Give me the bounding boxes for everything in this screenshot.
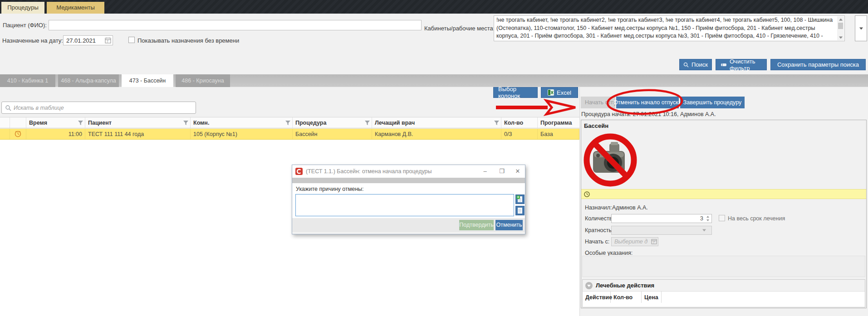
cancel-button[interactable]: Отменить (495, 220, 523, 230)
templates-list-button[interactable] (515, 206, 525, 215)
header-doctor[interactable]: Лечащий врач (372, 117, 501, 128)
special-instructions-field (582, 256, 865, 277)
save-search-params-label: Сохранить параметры поиска (777, 61, 859, 68)
full-term-checkbox[interactable] (719, 215, 725, 221)
quantity-stepper[interactable] (705, 214, 711, 223)
cabinets-field[interactable]: !не трогать кабинет, !не трогать кабинет… (494, 15, 845, 41)
minimize-icon[interactable]: – (481, 168, 489, 175)
app-logo-icon (295, 168, 303, 175)
no-time-label: Показывать назначения без времени (137, 37, 239, 44)
excel-label: Excel (557, 89, 571, 96)
row-time: 11:00 (26, 129, 85, 139)
calendar-icon: 7 (651, 238, 657, 245)
dialog-title: (ТЕСТ 1.1.) Бассейн: отмена начала проце… (306, 168, 432, 175)
header-time[interactable]: Время (26, 117, 85, 128)
scroll-up-icon[interactable] (837, 16, 844, 22)
excel-icon (548, 89, 554, 96)
excel-export-button[interactable]: Excel (541, 87, 578, 98)
room-tab-410[interactable]: 410 - Кабинка 1 (0, 74, 55, 87)
cabinets-dropdown-button[interactable] (855, 15, 867, 41)
start-dispense-button: Начать отпуск (581, 97, 615, 108)
full-term-label: На весь срок лечения (728, 215, 785, 222)
procedure-detail-panel: Начать отпуск Отменить начало отпуска За… (579, 87, 868, 316)
room-tab-486-label: 486 - Криосауна (181, 78, 224, 84)
cabinets-label: Кабинеты/рабочие места: (424, 25, 492, 32)
dialog-footer: Подтвердить Отменить (292, 218, 525, 232)
header-program[interactable]: Программа (538, 117, 579, 128)
cancel-reason-prompt: Укажите причину отмены: (296, 186, 364, 192)
filter-section: Пациент (ФИО): Кабинеты/рабочие места: !… (0, 14, 868, 74)
special-instructions-label: Особые указания: (585, 250, 633, 256)
filter-funnel-icon[interactable] (285, 121, 290, 126)
table-row[interactable]: 11:00 ТЕСТ 111 111 44 года 105 (Корпус №… (0, 129, 579, 140)
header-room[interactable]: Комн. (191, 117, 293, 128)
header-blank (0, 117, 10, 128)
add-template-button[interactable]: + (515, 194, 525, 204)
room-tab-486[interactable]: 486 - Криосауна (176, 74, 230, 87)
treatment-actions-section: Лечебные действия Действие Кол-во Цена (582, 279, 865, 307)
quantity-input[interactable] (611, 214, 712, 223)
cancel-dispense-start-button[interactable]: Отменить начало отпуска (616, 97, 679, 108)
filter-funnel-icon[interactable] (78, 121, 83, 126)
scroll-down-icon[interactable] (837, 34, 844, 40)
close-icon[interactable]: ✕ (514, 168, 521, 175)
search-button[interactable]: Поиск (679, 59, 712, 70)
filter-funnel-icon[interactable] (365, 121, 370, 126)
clock-status-icon (584, 191, 590, 198)
app-root: Процедуры Медикаменты Пациент (ФИО): Каб… (0, 0, 868, 316)
room-tab-468[interactable]: 468 - Альфа-капсула (58, 74, 119, 87)
row-doctor: Карманов Д.В. (372, 129, 501, 139)
calendar-icon[interactable]: 7 (105, 37, 111, 44)
cabinets-scrollbar[interactable] (837, 16, 844, 40)
search-button-label: Поиск (691, 61, 708, 68)
dialog-toolbar-strip (292, 178, 525, 183)
dialog-titlebar[interactable]: (ТЕСТ 1.1.) Бассейн: отмена начала проце… (292, 165, 525, 178)
assigned-by-value: Админов А.А. (612, 204, 648, 211)
patient-input[interactable] (49, 20, 422, 30)
save-search-params-button[interactable]: Сохранить параметры поиска (770, 59, 866, 70)
header-count[interactable]: Кол-во (501, 117, 538, 128)
room-tab-468-label: 468 - Альфа-капсула (61, 78, 116, 84)
maximize-icon[interactable]: ❒ (498, 168, 505, 175)
finish-procedure-button[interactable]: Завершить процедуру (680, 97, 745, 108)
start-from-placeholder: Выберите д (614, 238, 647, 245)
row-program: База (538, 129, 579, 139)
svg-text:7: 7 (107, 40, 108, 43)
start-from-date-field: Выберите д 7 (611, 237, 658, 246)
tab-medicaments[interactable]: Медикаменты (47, 2, 104, 14)
date-value: 27.01.2021 (66, 37, 96, 44)
table-search-input[interactable] (14, 102, 193, 113)
date-input[interactable]: 27.01.2021 7 (63, 35, 113, 45)
clear-filter-label: Очистить фильтр (730, 58, 762, 72)
row-room: 105 (Корпус №1) (191, 129, 293, 139)
procedure-started-text: Процедура начата: 27.01.2021 10:16, Адми… (581, 111, 716, 117)
room-tab-410-label: 410 - Кабинка 1 (7, 78, 48, 84)
status-strip (581, 189, 866, 199)
tab-procedures[interactable]: Процедуры (1, 2, 44, 14)
header-status (10, 117, 26, 128)
procedure-name: Бассейн (584, 122, 608, 129)
cancel-reason-input[interactable] (295, 194, 514, 216)
assigned-by-label: Назначил: (585, 204, 612, 211)
header-procedure[interactable]: Процедура (293, 117, 372, 128)
clear-filter-button[interactable]: Очистить фильтр (716, 59, 767, 70)
treatment-actions-title: Лечебные действия (596, 282, 654, 289)
header-patient[interactable]: Пациент (85, 117, 191, 128)
filter-funnel-icon[interactable] (494, 121, 499, 126)
search-icon (5, 105, 11, 111)
search-icon (683, 62, 689, 68)
col-count: Кол-во (611, 292, 642, 303)
no-time-checkbox[interactable] (128, 37, 135, 43)
room-tabs: 410 - Кабинка 1 468 - Альфа-капсула 473 … (0, 74, 868, 87)
table-header-row: Время Пациент Комн. Процедура Лечащий вр… (0, 117, 579, 128)
scroll-thumb[interactable] (838, 23, 843, 29)
choose-columns-button[interactable]: Выбор колонок (493, 87, 538, 98)
table-search-field[interactable] (1, 102, 196, 114)
filter-funnel-icon[interactable] (183, 121, 188, 126)
row-count: 0/3 (501, 129, 538, 139)
room-tab-473-active[interactable]: 473 - Бассейн (122, 74, 173, 87)
collapse-icon[interactable] (585, 282, 593, 289)
start-dispense-label: Начать отпуск (585, 99, 615, 106)
treatment-actions-header: Лечебные действия (583, 280, 865, 292)
confirm-button: Подтвердить (459, 220, 494, 230)
